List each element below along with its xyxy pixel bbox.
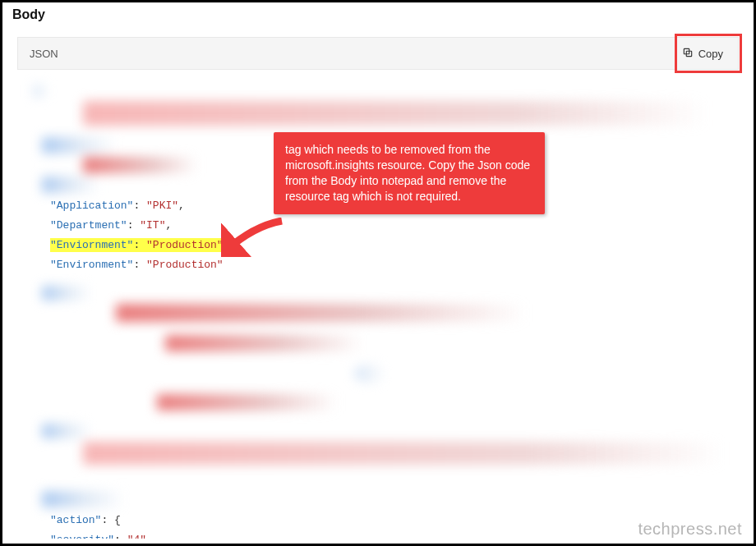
copy-button-label: Copy (698, 48, 723, 60)
json-panel: JSON Copy (17, 37, 739, 539)
blurred-code-block (50, 286, 726, 507)
code-line: "action": { (30, 512, 726, 529)
code-line: "Department": "IT", (50, 218, 726, 234)
code-line-highlighted: "Enviornment": "Production", (50, 237, 726, 254)
annotation-text: tag which needs to be removed from the m… (285, 143, 530, 203)
language-label: JSON (30, 48, 58, 60)
page-title: Body (12, 7, 45, 22)
copy-button[interactable]: Copy (675, 44, 730, 64)
window-frame: Body JSON Copy (0, 0, 756, 546)
annotation-callout: tag which needs to be removed from the m… (274, 132, 545, 214)
panel-header: JSON Copy (17, 37, 739, 70)
copy-icon (682, 47, 694, 61)
code-line: "severity": "4", (50, 532, 726, 539)
watermark: techpress.net (638, 520, 742, 539)
code-line: "Environment": "Production" (50, 257, 726, 273)
